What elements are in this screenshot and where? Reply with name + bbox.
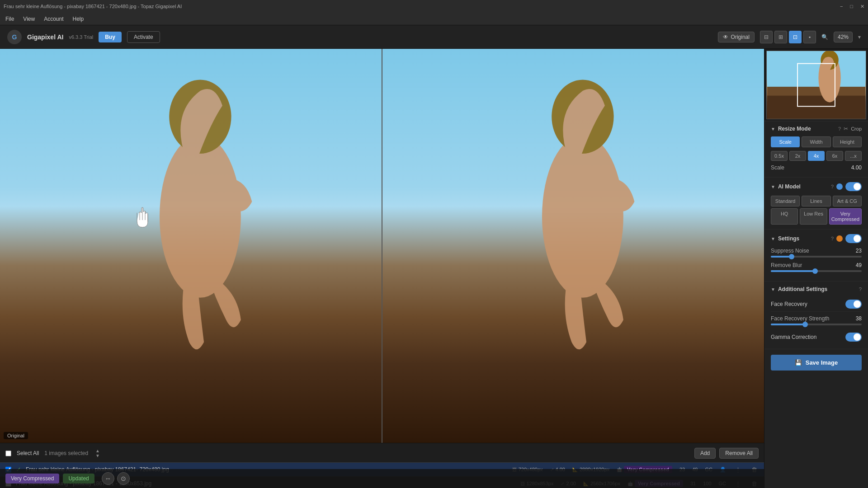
scale-mode-button[interactable]: Scale (771, 136, 800, 147)
ai-model-toggle[interactable] (845, 182, 862, 191)
settings-indicator (836, 235, 843, 242)
scale-4x-button[interactable]: 4x (808, 151, 825, 161)
select-all-checkbox[interactable] (5, 450, 11, 456)
model-hq-button[interactable]: HQ (771, 208, 798, 225)
filmstrip-actions: Add Remove All (694, 448, 759, 459)
resize-mode-help-icon[interactable]: ? (838, 126, 841, 131)
settings-section: ▼ Settings ? Suppress Noise 23 Remove B (764, 230, 868, 282)
face-recovery-toggle[interactable] (845, 300, 862, 309)
minimize-button[interactable]: − (840, 4, 843, 9)
settings-header[interactable]: ▼ Settings ? (771, 234, 862, 243)
current-model-badge[interactable]: Very Compressed (5, 474, 59, 483)
app-version: v6.3.3 Trial (69, 34, 93, 40)
ai-model-row2: HQ Low Res Very Compressed (771, 208, 862, 225)
settings-toggle[interactable] (845, 234, 862, 243)
selected-count: 1 images selected (44, 450, 88, 456)
settings-title: Settings (778, 235, 828, 242)
scale-multiplier-row: 0.5x 2x 4x 6x ...x (771, 151, 862, 161)
view-split-horiz-button[interactable]: ⊟ (760, 31, 773, 43)
height-mode-button[interactable]: Height (833, 136, 862, 147)
scale-more-button[interactable]: ...x (845, 151, 862, 161)
remove-blur-row: Remove Blur 49 (771, 262, 862, 272)
resize-mode-header[interactable]: ▼ Resize Mode ? ✂ Crop (771, 126, 862, 132)
face-recovery-label: Face Recovery (771, 301, 807, 307)
view-single-button[interactable]: ▪ (803, 31, 816, 43)
chevron-down-icon[interactable]: ▾ (858, 34, 861, 40)
resize-dimension-group: Scale Width Height (771, 136, 862, 147)
suppress-noise-label: Suppress Noise (771, 248, 809, 254)
close-button[interactable]: ✕ (860, 4, 864, 9)
additional-settings-section: ▼ Additional Settings ? Face Recovery Fa… (764, 282, 868, 349)
app-name: Gigapixel AI (27, 33, 63, 41)
menu-file[interactable]: File (5, 16, 14, 22)
model-very-compressed-button[interactable]: Very Compressed (829, 208, 862, 225)
scale-0.5x-button[interactable]: 0.5x (771, 151, 788, 161)
face-recovery-strength-slider[interactable] (771, 324, 862, 325)
remove-blur-slider[interactable] (771, 270, 862, 272)
save-image-button[interactable]: 💾 Save Image (771, 355, 862, 371)
ai-model-header[interactable]: ▼ AI Model ? (771, 182, 862, 191)
menu-view[interactable]: View (23, 16, 35, 22)
settings-overlay-button[interactable]: ⊙ (117, 472, 130, 485)
menu-help[interactable]: Help (73, 16, 84, 22)
titlebar-left: Frau sehr kleine Auflösung - pixabay 186… (4, 4, 182, 9)
face-recovery-row: Face Recovery (771, 297, 862, 312)
svg-point-3 (542, 135, 623, 298)
svg-point-0 (160, 135, 241, 298)
original-toggle-button[interactable]: 👁 Original (718, 32, 755, 42)
activate-button[interactable]: Activate (127, 31, 160, 43)
crop-scissors-icon: ✂ (844, 126, 848, 132)
remove-all-button[interactable]: Remove All (719, 448, 759, 459)
bottom-overlay: Very Compressed Updated ↔ ⊙ (0, 469, 764, 488)
canvas-area[interactable]: Original (0, 49, 764, 488)
scale-2x-button[interactable]: 2x (789, 151, 806, 161)
ai-model-title: AI Model (778, 183, 828, 190)
original-label: Original (4, 432, 28, 439)
maximize-button[interactable]: □ (850, 4, 853, 9)
save-label: Save Image (806, 359, 838, 366)
compare-icon-button[interactable]: ↔ (102, 472, 114, 485)
model-standard-button[interactable]: Standard (771, 196, 800, 206)
width-mode-button[interactable]: Width (802, 136, 830, 147)
zoom-level[interactable]: 42% (834, 32, 853, 42)
crop-button[interactable]: Crop (851, 126, 862, 131)
buy-button[interactable]: Buy (99, 32, 122, 42)
gamma-correction-toggle[interactable] (845, 333, 862, 342)
thumbnail-image (766, 51, 866, 119)
view-side-by-side-button[interactable]: ⊡ (789, 31, 802, 43)
additional-settings-title: Additional Settings (778, 286, 856, 292)
settings-help-icon[interactable]: ? (831, 236, 834, 241)
header: G Gigapixel AI v6.3.3 Trial Buy Activate… (0, 25, 868, 49)
gamma-correction-label: Gamma Correction (771, 334, 816, 340)
canvas-enhanced[interactable] (382, 49, 764, 443)
save-icon: 💾 (795, 359, 802, 366)
sort-icons[interactable]: ▲▼ (95, 448, 100, 458)
model-art-cg-button[interactable]: Art & CG (833, 196, 862, 206)
add-button[interactable]: Add (694, 448, 716, 459)
ai-model-section: ▼ AI Model ? Standard Lines Art & CG HQ … (764, 178, 868, 230)
ai-model-help-icon[interactable]: ? (831, 184, 834, 189)
main-layout: Original (0, 49, 868, 488)
resize-mode-title: Resize Mode (778, 126, 835, 132)
menu-account[interactable]: Account (44, 16, 63, 22)
updated-badge[interactable]: Updated (63, 474, 94, 483)
ai-model-indicator (836, 183, 843, 190)
canvas-original[interactable]: Original (0, 49, 382, 443)
remove-blur-label: Remove Blur (771, 262, 802, 268)
settings-chevron-icon: ▼ (771, 236, 775, 241)
right-panel: ▼ Resize Mode ? ✂ Crop Scale Width Heigh… (764, 49, 868, 488)
window-controls[interactable]: − □ ✕ (840, 4, 864, 9)
model-lines-button[interactable]: Lines (802, 196, 830, 206)
scale-6x-button[interactable]: 6x (826, 151, 843, 161)
additional-settings-help-icon[interactable]: ? (859, 286, 862, 292)
resize-mode-right: ✂ Crop (844, 126, 862, 132)
model-low-res-button[interactable]: Low Res (800, 208, 827, 225)
suppress-noise-slider[interactable] (771, 256, 862, 258)
svg-rect-8 (767, 96, 865, 119)
select-all-label[interactable]: Select All (17, 450, 39, 456)
ai-model-row1: Standard Lines Art & CG (771, 196, 862, 206)
face-recovery-strength-value: 38 (856, 315, 862, 322)
title-text: Frau sehr kleine Auflösung - pixabay 186… (4, 4, 182, 9)
additional-settings-header[interactable]: ▼ Additional Settings ? (771, 286, 862, 292)
view-split-vert-button[interactable]: ⊞ (774, 31, 787, 43)
